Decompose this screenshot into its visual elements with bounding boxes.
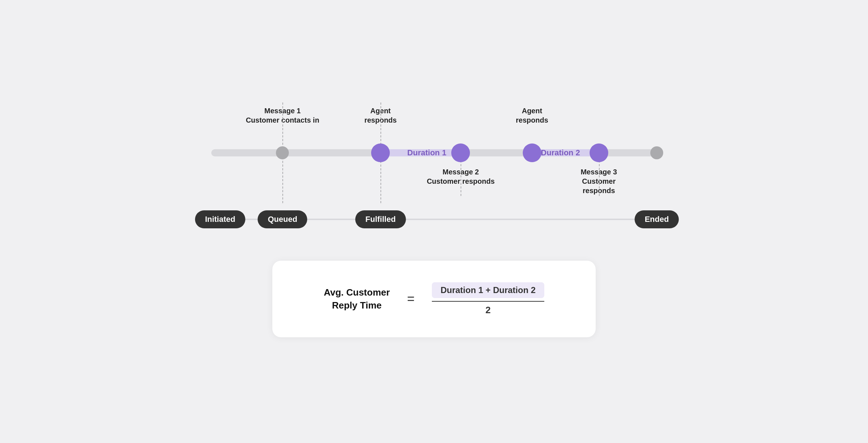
labels-above: Message 1Customer contacts in Agentrespo… (211, 106, 657, 138)
badge-fulfilled: Fulfilled (355, 210, 406, 228)
node-agent2-end (590, 143, 608, 162)
node-agent1-start (371, 143, 390, 162)
duration1-label: Duration 1 (407, 148, 447, 157)
node-agent1-end (451, 143, 470, 162)
formula-label: Avg. Customer Reply Time (324, 286, 390, 312)
timeline-track-wrapper: Duration 1 Duration 2 (211, 142, 657, 164)
node-start (276, 146, 289, 159)
node-agent2-start (523, 143, 541, 162)
badge-initiated: Initiated (195, 210, 245, 228)
badge-ended: Ended (634, 210, 679, 228)
fraction-denominator: 2 (485, 305, 490, 316)
fraction-numerator: Duration 1 + Duration 2 (432, 282, 544, 298)
badge-queued: Queued (258, 210, 307, 228)
fraction-divider (432, 301, 544, 302)
timeline-section: Message 1Customer contacts in Agentrespo… (211, 106, 657, 232)
formula-fraction: Duration 1 + Duration 2 2 (432, 282, 544, 316)
equals-sign: = (407, 291, 415, 306)
duration2-label: Duration 2 (541, 148, 580, 157)
main-card: Message 1Customer contacts in Agentrespo… (183, 85, 685, 359)
node-end (650, 146, 663, 159)
label-agent-responds-2: Agentresponds (516, 106, 548, 125)
labels-below: Message 2Customer responds Message 3Cust… (211, 167, 657, 200)
timeline-track: Duration 1 Duration 2 (211, 149, 657, 156)
formula-card: Avg. Customer Reply Time = Duration 1 + … (272, 261, 596, 337)
badges-row: Initiated Queued Fulfilled Ended (211, 207, 657, 232)
